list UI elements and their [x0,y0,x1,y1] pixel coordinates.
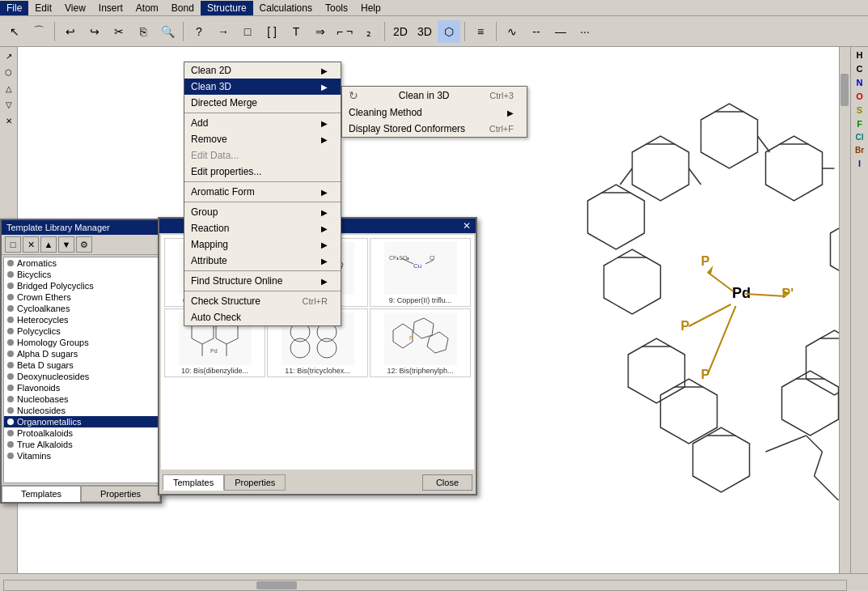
dots-btn[interactable]: ··· [574,20,596,43]
list-item-alpha-d[interactable]: Alpha D sugars [4,348,158,359]
element-Br[interactable]: Br [853,144,866,156]
dbl-arrow-btn[interactable]: ⇒ [309,20,332,43]
arrow-btn[interactable]: → [212,20,235,43]
element-S[interactable]: S [855,104,864,117]
list-item-organometallics[interactable]: Organometallics [4,416,158,427]
element-I[interactable]: I [857,157,862,170]
hscroll-thumb[interactable] [256,581,297,589]
element-O[interactable]: O [854,90,865,103]
menu-atom[interactable]: Atom [129,1,165,15]
popup-close-button[interactable]: Close [422,474,472,491]
menu-edit-properties[interactable]: Edit properties... [184,164,341,180]
zoom-btn[interactable]: 🔍 [156,20,179,43]
list-item-crown[interactable]: Crown Ethers [4,291,158,303]
menu-aromatic-form[interactable]: Aromatic Form ▶ [184,184,341,200]
menu-group[interactable]: Group ▶ [184,204,341,220]
tool-4[interactable]: ▽ [2,97,16,112]
template-titlebar[interactable]: Template Library Manager [2,220,160,235]
more-btn[interactable]: ≡ [469,20,492,43]
vertical-scrollbar[interactable] [839,47,850,573]
menu-attribute[interactable]: Attribute ▶ [184,253,341,269]
menu-display-conformers[interactable]: Display Stored Conformers Ctrl+F [342,121,527,137]
menu-tools[interactable]: Tools [319,1,354,15]
tmpl-up-btn[interactable]: ▲ [40,236,57,253]
tmpl-down-btn[interactable]: ▼ [58,236,74,253]
sub-btn[interactable]: ₂ [358,20,380,43]
select-tool-btn[interactable]: ↖ [3,20,26,43]
menu-clean-2d[interactable]: Clean 2D ▶ [184,62,341,79]
element-N[interactable]: N [855,76,865,89]
lasso-tool-btn[interactable]: ⌒ [28,20,50,43]
menu-clean-in-3d[interactable]: ↻ Clean in 3D Ctrl+3 [342,87,527,104]
menu-edit[interactable]: Edit [28,1,58,15]
menu-calculations[interactable]: Calculations [253,1,319,15]
menu-view[interactable]: View [58,1,92,15]
list-item-heterocycles[interactable]: Heterocycles [4,314,158,325]
menu-find-structure[interactable]: Find Structure Online ▶ [184,273,341,289]
active-3d-btn[interactable]: ⬡ [438,20,460,43]
2d-btn[interactable]: 2D [389,20,412,43]
tool-3[interactable]: △ [2,81,16,96]
list-item-polycyclics[interactable]: Polycyclics [4,325,158,337]
menu-directed-merge[interactable]: Directed Merge [184,95,341,111]
menu-clean-3d[interactable]: Clean 3D ▶ [184,79,341,95]
popup-close-x[interactable]: ✕ [463,220,471,232]
tab-properties[interactable]: Properties [81,486,160,502]
menu-auto-check[interactable]: Auto Check [184,309,341,325]
element-Cl[interactable]: Cl [854,131,866,143]
wave-btn[interactable]: ∿ [501,20,523,43]
list-item-flavonoids[interactable]: Flavonoids [4,382,158,393]
list-item-homology[interactable]: Homology Groups [4,337,158,348]
list-item-protoalkaloids[interactable]: Protoalkaloids [4,427,158,439]
popup-tab-properties[interactable]: Properties [224,474,286,491]
vscroll-thumb[interactable] [840,74,849,106]
list-item-bicyclics[interactable]: Bicyclics [4,269,158,280]
menu-structure[interactable]: Structure [201,1,253,15]
menu-bond[interactable]: Bond [165,1,201,15]
horizontal-scrollbar[interactable] [3,580,847,591]
cut-btn[interactable]: ✂ [108,20,130,43]
tmpl-cell-9[interactable]: CF₃SO₃ Cu Cl 9: Copper(II) triflu... [370,238,471,307]
text-btn[interactable]: T [285,20,307,43]
menu-add[interactable]: Add ▶ [184,115,341,131]
popup-tab-templates[interactable]: Templates [163,474,224,491]
tmpl-new-btn[interactable]: □ [5,236,21,253]
menu-mapping[interactable]: Mapping ▶ [184,236,341,253]
list-item-true-alkaloids[interactable]: True Alkaloids [4,439,158,450]
element-H[interactable]: H [855,49,865,62]
menu-file[interactable]: File [0,1,28,15]
tool-2[interactable]: ⬡ [2,65,16,79]
list-item-nucleosides[interactable]: Nucleosides [4,405,158,416]
line-btn[interactable]: — [549,20,572,43]
rect-btn[interactable]: □ [236,20,259,43]
element-F[interactable]: F [855,117,864,130]
bracket2-btn[interactable]: ⌐ ¬ [333,20,356,43]
3d-btn[interactable]: 3D [413,20,436,43]
list-item-beta-d[interactable]: Beta D sugars [4,359,158,371]
menu-reaction[interactable]: Reaction ▶ [184,220,341,236]
list-item-vitamins[interactable]: Vitamins [4,450,158,461]
tool-1[interactable]: ↗ [2,49,16,63]
menu-cleaning-method[interactable]: Cleaning Method ▶ [342,104,527,121]
template-category-list[interactable]: Aromatics Bicyclics Bridged Polycyclics … [3,257,159,483]
undo-btn[interactable]: ↩ [59,20,82,43]
menu-help[interactable]: Help [354,1,387,15]
menu-check-structure[interactable]: Check Structure Ctrl+R [184,293,341,309]
tool-5[interactable]: ✕ [2,113,16,128]
menu-insert[interactable]: Insert [92,1,129,15]
element-C[interactable]: C [855,62,865,75]
question-btn[interactable]: ? [188,20,210,43]
tmpl-cell-12[interactable]: P 12: Bis(triphenylph... [370,308,471,377]
list-item-bridged[interactable]: Bridged Polycyclics [4,280,158,291]
redo-btn[interactable]: ↪ [83,20,106,43]
tmpl-settings-btn[interactable]: ⚙ [76,236,92,253]
bracket-btn[interactable]: [ ] [260,20,283,43]
list-item-cycloalkanes[interactable]: Cycloalkanes [4,303,158,314]
list-item-nucleobases[interactable]: Nucleobases [4,393,158,405]
copy-btn[interactable]: ⎘ [132,20,155,43]
list-item-deoxy[interactable]: Deoxynucleosides [4,371,158,382]
menu-remove[interactable]: Remove ▶ [184,131,341,147]
list-item-aromatics[interactable]: Aromatics [4,257,158,269]
tab-templates[interactable]: Templates [2,486,81,502]
tmpl-del-btn[interactable]: ✕ [23,236,39,253]
